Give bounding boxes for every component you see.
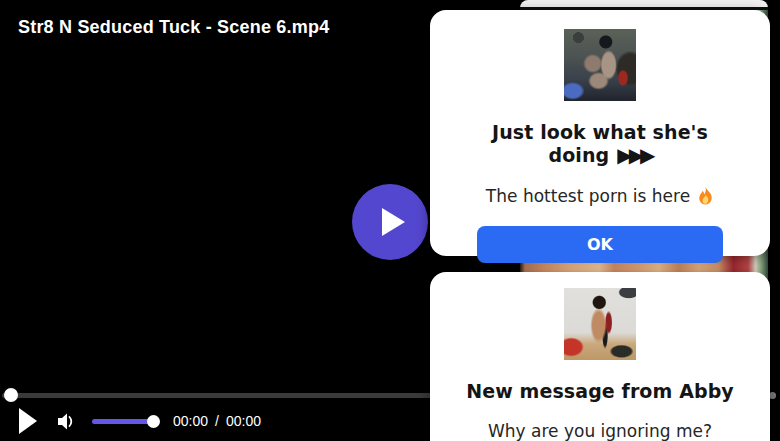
popup-heading-text: Just look what she's doing: [492, 121, 708, 166]
popup-heading: Just look what she's doing▶▶▶: [442, 121, 758, 167]
popup-heading: New message from Abby: [442, 380, 758, 402]
current-time: 00:00: [173, 413, 208, 429]
play-icon: [18, 408, 38, 434]
ok-button[interactable]: OK: [477, 226, 723, 263]
volume-slider[interactable]: [92, 419, 153, 424]
big-play-button[interactable]: [352, 184, 428, 260]
volume-icon: [57, 412, 76, 431]
video-title: Str8 N Seduced Tuck - Scene 6.mp4: [18, 17, 329, 38]
fire-emoji-icon: [697, 187, 714, 205]
volume-handle[interactable]: [147, 415, 160, 428]
page: Str8 N Seduced Tuck - Scene 6.mp4: [0, 0, 780, 441]
time-display: 00:00 / 00:00: [173, 413, 261, 429]
popup-ad-message[interactable]: New message from Abby Why are you ignori…: [430, 272, 770, 441]
popup-subtext-text: The hottest porn is here: [486, 186, 690, 206]
popup-subtext: The hottest porn is here: [440, 186, 760, 206]
mute-button[interactable]: [57, 412, 76, 431]
play-button[interactable]: [18, 408, 38, 434]
time-separator: /: [215, 413, 219, 429]
popup-thumbnail-photo[interactable]: [564, 29, 636, 101]
duration: 00:00: [226, 413, 261, 429]
play-icon: [382, 208, 405, 236]
progress-handle[interactable]: [4, 388, 18, 402]
progress-bar-end: [769, 392, 776, 399]
triple-play-arrows-icon: ▶▶▶: [617, 143, 651, 167]
popup-subtext-text: Why are you ignoring me?: [488, 421, 712, 441]
popup-ad-hottest[interactable]: Just look what she's doing▶▶▶ The hottes…: [430, 10, 770, 256]
popup-subtext: Why are you ignoring me?: [440, 421, 760, 441]
popup-thumbnail-photo[interactable]: [564, 288, 636, 360]
player-controls: 00:00 / 00:00: [0, 403, 430, 439]
